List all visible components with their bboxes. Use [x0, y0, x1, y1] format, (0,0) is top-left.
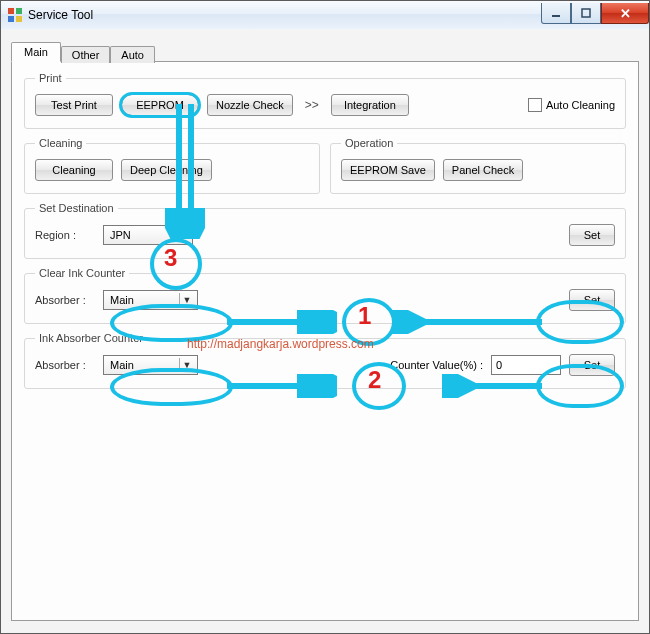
tab-auto[interactable]: Auto [110, 46, 155, 63]
svg-rect-0 [8, 8, 14, 14]
test-print-button[interactable]: Test Print [35, 94, 113, 116]
client-area: Main Other Auto Print Test Print EEPROM … [1, 29, 649, 633]
svg-rect-3 [16, 16, 22, 22]
clear-ink-absorber-select[interactable]: Main ▼ [103, 290, 198, 310]
svg-rect-1 [16, 8, 22, 14]
group-clear-ink-legend: Clear Ink Counter [35, 267, 129, 279]
group-operation-legend: Operation [341, 137, 397, 149]
minimize-button[interactable] [541, 3, 571, 24]
counter-value-label: Counter Value(%) : [390, 359, 483, 371]
titlebar: Service Tool ✕ [1, 1, 649, 30]
cleaning-button[interactable]: Cleaning [35, 159, 113, 181]
app-window: Service Tool ✕ Main Other Auto Print Tes… [0, 0, 650, 634]
auto-cleaning-checkbox[interactable]: Auto Cleaning [528, 98, 615, 112]
region-label: Region : [35, 229, 95, 241]
svg-rect-5 [582, 9, 590, 17]
ink-absorber-value: Main [110, 359, 134, 371]
clear-ink-absorber-label: Absorber : [35, 294, 95, 306]
group-set-destination: Set Destination Region : JPN ▼ Set [24, 202, 626, 259]
integration-button[interactable]: Integration [331, 94, 409, 116]
window-title: Service Tool [28, 8, 93, 22]
clear-ink-absorber-value: Main [110, 294, 134, 306]
group-clear-ink: Clear Ink Counter Absorber : Main ▼ Set [24, 267, 626, 324]
ink-absorber-select[interactable]: Main ▼ [103, 355, 198, 375]
group-set-destination-legend: Set Destination [35, 202, 118, 214]
ink-absorber-label: Absorber : [35, 359, 95, 371]
window-controls: ✕ [541, 3, 649, 23]
group-ink-absorber-legend: Ink Absorber Counter [35, 332, 147, 344]
maximize-button[interactable] [571, 3, 601, 24]
clear-ink-set-button[interactable]: Set [569, 289, 615, 311]
checkbox-icon [528, 98, 542, 112]
auto-cleaning-label: Auto Cleaning [546, 99, 615, 111]
group-operation: Operation EEPROM Save Panel Check [330, 137, 626, 194]
group-print-legend: Print [35, 72, 66, 84]
tab-strip: Main Other Auto [11, 39, 639, 61]
group-ink-absorber: Ink Absorber Counter Absorber : Main ▼ C… [24, 332, 626, 389]
region-select[interactable]: JPN ▼ [103, 225, 193, 245]
panel-check-button[interactable]: Panel Check [443, 159, 523, 181]
chevron-down-icon: ▼ [174, 228, 189, 242]
chevron-down-icon: ▼ [179, 293, 194, 307]
group-cleaning-legend: Cleaning [35, 137, 86, 149]
set-destination-set-button[interactable]: Set [569, 224, 615, 246]
svg-rect-2 [8, 16, 14, 22]
tab-panel-main: Print Test Print EEPROM Nozzle Check >> … [11, 61, 639, 621]
svg-rect-4 [552, 15, 560, 17]
app-icon [7, 7, 23, 23]
group-print: Print Test Print EEPROM Nozzle Check >> … [24, 72, 626, 129]
tab-main[interactable]: Main [11, 42, 61, 62]
chevron-icon: >> [301, 98, 323, 112]
counter-value-input[interactable]: 0 [491, 355, 561, 375]
region-select-value: JPN [110, 229, 131, 241]
eeprom-button[interactable]: EEPROM [121, 94, 199, 116]
eeprom-save-button[interactable]: EEPROM Save [341, 159, 435, 181]
nozzle-check-button[interactable]: Nozzle Check [207, 94, 293, 116]
chevron-down-icon: ▼ [179, 358, 194, 372]
tab-other[interactable]: Other [61, 46, 111, 63]
close-button[interactable]: ✕ [601, 3, 649, 24]
deep-cleaning-button[interactable]: Deep Cleaning [121, 159, 212, 181]
ink-absorber-set-button[interactable]: Set [569, 354, 615, 376]
group-cleaning: Cleaning Cleaning Deep Cleaning [24, 137, 320, 194]
